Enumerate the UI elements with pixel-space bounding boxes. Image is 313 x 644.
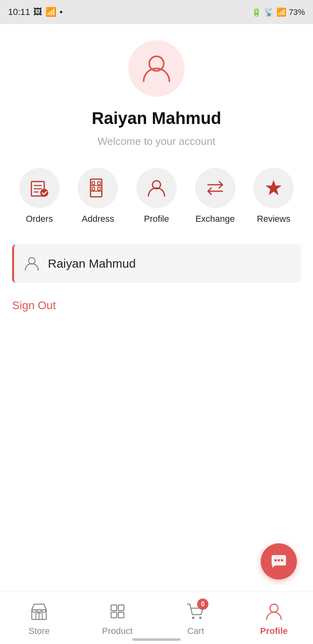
address-icon-circle: [78, 168, 118, 208]
time: 10:11: [8, 7, 30, 17]
profile-nav-icon-wrap: [263, 600, 285, 623]
orders-label: Orders: [26, 214, 53, 224]
signal-bars: 📶: [276, 7, 286, 17]
status-bar-left: 10:11 🖼 📶 •: [8, 7, 63, 17]
store-nav-label: Store: [29, 626, 50, 636]
chat-icon: [270, 553, 288, 570]
product-icon: [108, 602, 127, 621]
profile-icon-circle: [136, 168, 177, 208]
status-bar-right: 🔋 📡 📶 73%: [251, 7, 305, 17]
nav-profile[interactable]: Profile: [235, 600, 313, 636]
battery-percent: 73%: [289, 8, 305, 17]
sign-out-button[interactable]: Sign Out: [12, 295, 301, 316]
orders-icon-circle: [19, 168, 60, 208]
cart-icon-wrap: 0: [184, 600, 207, 623]
nav-product[interactable]: Product: [78, 600, 157, 636]
exchange-label: Exchange: [196, 214, 235, 224]
product-icon-wrap: [106, 600, 129, 623]
svg-point-29: [270, 604, 278, 612]
home-indicator: [132, 638, 181, 641]
svg-rect-25: [111, 612, 117, 618]
action-orders[interactable]: Orders: [12, 168, 67, 224]
svg-point-17: [274, 559, 277, 561]
user-card-name: Raiyan Mahmud: [48, 257, 136, 270]
cart-badge: 0: [197, 599, 208, 610]
svg-point-18: [278, 559, 280, 561]
avatar: [128, 40, 185, 97]
photo-icon: 🖼: [33, 7, 42, 17]
wifi-icon: 📡: [264, 7, 274, 17]
store-icon-wrap: [28, 600, 50, 623]
svg-rect-24: [118, 605, 124, 611]
svg-rect-26: [118, 612, 124, 618]
svg-rect-9: [92, 187, 95, 190]
cart-nav-label: Cart: [187, 626, 204, 636]
svg-rect-10: [98, 187, 100, 190]
profile-action-label: Profile: [144, 214, 169, 224]
profile-username: Raiyan Mahmud: [92, 109, 221, 128]
svg-rect-23: [111, 605, 117, 611]
welcome-text: Welcome to your account: [98, 135, 216, 148]
battery-icon: 🔋: [251, 7, 262, 17]
svg-point-28: [199, 617, 202, 619]
reviews-icon-circle: [253, 168, 294, 208]
sign-out-label: Sign Out: [12, 299, 56, 312]
signal-icon: 📶: [45, 7, 56, 17]
svg-marker-14: [266, 180, 282, 195]
user-card-icon: [24, 256, 40, 272]
exchange-icon-circle: [195, 168, 235, 208]
nav-store[interactable]: Store: [0, 600, 78, 636]
dot-icon: •: [60, 7, 63, 17]
orders-icon: [29, 178, 50, 198]
quick-actions: Orders Address: [12, 168, 301, 224]
main-content: Raiyan Mahmud Welcome to your account Or…: [0, 24, 313, 592]
store-icon: [29, 602, 49, 621]
profile-nav-label: Profile: [260, 626, 288, 636]
svg-point-27: [192, 617, 194, 619]
reviews-label: Reviews: [257, 214, 290, 224]
svg-rect-7: [92, 182, 95, 185]
profile-icon: [146, 178, 167, 198]
product-nav-label: Product: [102, 626, 133, 636]
exchange-icon: [205, 178, 226, 198]
address-icon: [87, 178, 108, 198]
svg-point-5: [40, 189, 48, 197]
action-reviews[interactable]: Reviews: [246, 168, 301, 224]
action-address[interactable]: Address: [71, 168, 126, 224]
user-avatar-icon: [140, 52, 173, 85]
user-info-card[interactable]: Raiyan Mahmud: [12, 244, 301, 283]
status-bar: 10:11 🖼 📶 • 🔋 📡 📶 73%: [0, 0, 313, 24]
chat-fab-button[interactable]: [261, 543, 297, 580]
svg-point-15: [29, 258, 35, 264]
nav-cart[interactable]: 0 Cart: [156, 600, 235, 636]
action-exchange[interactable]: Exchange: [188, 168, 243, 224]
action-profile[interactable]: Profile: [129, 168, 184, 224]
svg-point-19: [281, 559, 283, 561]
address-label: Address: [82, 214, 114, 224]
profile-nav-icon: [264, 602, 284, 621]
reviews-icon: [263, 178, 284, 198]
svg-rect-8: [98, 182, 100, 185]
bottom-nav: Store Product 0 Cart: [0, 592, 313, 644]
